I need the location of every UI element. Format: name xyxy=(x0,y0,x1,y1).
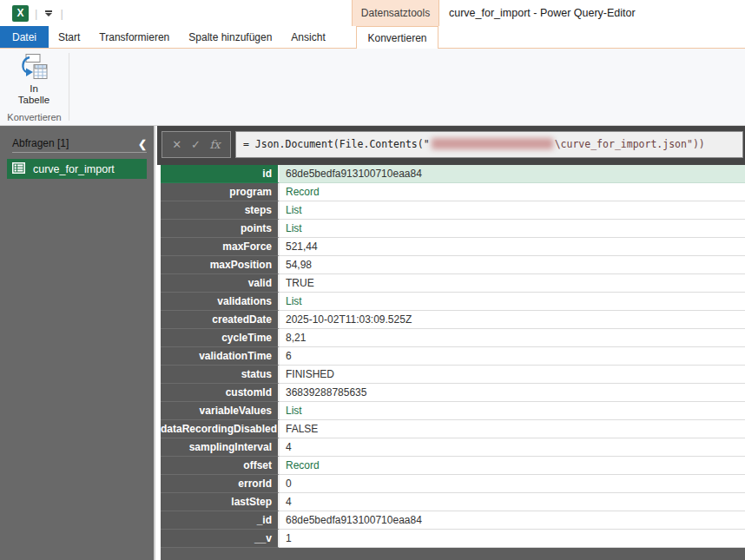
record-row: offsetRecord xyxy=(161,457,745,475)
record-value: FALSE xyxy=(280,420,745,438)
query-item-curve-for-import[interactable]: curve_for_import xyxy=(7,159,147,179)
ribbon: In Tabelle Konvertieren xyxy=(0,49,745,126)
record-field-name: program xyxy=(161,183,280,201)
query-table-icon xyxy=(12,162,25,176)
record-field-name: lastStep xyxy=(161,493,280,511)
record-field-name: _id xyxy=(161,511,280,530)
record-value: 1 xyxy=(280,530,745,548)
formula-input[interactable]: = Json.Document(File.Contents("\curve_fo… xyxy=(235,131,743,158)
excel-icon: X xyxy=(12,5,29,22)
separator: | xyxy=(35,7,37,20)
record-value: 0 xyxy=(280,475,745,493)
collapse-pane-icon[interactable]: ❮ xyxy=(138,139,147,149)
record-value: 8,21 xyxy=(280,329,745,347)
record-field-name: validations xyxy=(161,293,280,311)
record-view-footer xyxy=(161,548,745,560)
record-value-link[interactable]: List xyxy=(280,201,745,220)
customize-toolbar-dropdown-icon[interactable] xyxy=(43,10,54,16)
record-value: 6 xyxy=(280,347,745,366)
tab-datei[interactable]: Datei xyxy=(0,26,49,48)
convert-group: In Tabelle Konvertieren xyxy=(0,49,69,125)
power-query-editor-window: X | | Datensatztools curve_for_import - … xyxy=(0,0,745,560)
record-field-name: errorId xyxy=(161,475,280,493)
record-row: customId36839288785635 xyxy=(161,384,745,402)
to-table-label-line1: In xyxy=(30,83,38,95)
tab-start[interactable]: Start xyxy=(49,26,89,48)
record-row: maxForce521,44 xyxy=(161,238,745,256)
record-field-name: cycleTime xyxy=(161,329,280,347)
confirm-formula-icon[interactable]: ✓ xyxy=(191,138,201,151)
record-field-name: maxPosition xyxy=(161,256,280,274)
contextual-tab-group-label: Datensatztools xyxy=(352,0,439,26)
record-row: validationTime6 xyxy=(161,347,745,366)
record-row: validTRUE xyxy=(161,274,745,293)
record-value-link[interactable]: List xyxy=(280,402,745,420)
record-row: programRecord xyxy=(161,183,745,201)
formula-buttons: ✕ ✓ fx xyxy=(162,131,231,158)
record-row: _id68de5bedfa913100710eaa84 xyxy=(161,511,745,530)
record-field-name: valid xyxy=(161,274,280,293)
record-field-name: customId xyxy=(161,384,280,402)
window-title: curve_for_import - Power Query-Editor xyxy=(449,0,636,26)
to-table-button[interactable]: In Tabelle xyxy=(9,52,59,109)
record-value: 4 xyxy=(280,438,745,457)
record-value: 54,98 xyxy=(280,256,745,274)
record-row: createdDate2025-10-02T11:03:09.525Z xyxy=(161,311,745,329)
fx-icon[interactable]: fx xyxy=(209,138,220,151)
queries-pane: Abfragen [1] ❮ curve_for_import xyxy=(0,126,155,560)
record-field-name: steps xyxy=(161,201,280,220)
ribbon-tab-row: DateiStartTransformierenSpalte hinzufüge… xyxy=(0,26,745,49)
record-row: statusFINISHED xyxy=(161,366,745,384)
record-value: 68de5bedfa913100710eaa84 xyxy=(280,165,745,183)
tab-transformieren[interactable]: Transformieren xyxy=(89,26,179,48)
record-field-name: dataRecordingDisabled xyxy=(161,420,280,438)
record-value-link[interactable]: Record xyxy=(280,183,745,201)
record-field-name: id xyxy=(161,165,280,183)
record-field-name: createdDate xyxy=(161,311,280,329)
quick-access-toolbar: X | | xyxy=(12,4,63,22)
record-row: variableValuesList xyxy=(161,402,745,420)
main-pane: ✕ ✓ fx = Json.Document(File.Contents("\c… xyxy=(157,126,745,560)
record-row: maxPosition54,98 xyxy=(161,256,745,274)
record-grid: id68de5bedfa913100710eaa84programRecords… xyxy=(161,165,745,548)
record-value-link[interactable]: Record xyxy=(280,457,745,475)
to-table-icon xyxy=(19,53,49,83)
record-value-link[interactable]: List xyxy=(280,220,745,238)
record-value: 2025-10-02T11:03:09.525Z xyxy=(280,311,745,329)
tab-konvertieren[interactable]: Konvertieren xyxy=(356,26,438,49)
group-divider xyxy=(69,53,69,121)
record-row: errorId0 xyxy=(161,475,745,493)
record-row: validationsList xyxy=(161,293,745,311)
record-value: 36839288785635 xyxy=(280,384,745,402)
record-field-name: samplingInterval xyxy=(161,438,280,457)
record-value-link[interactable]: List xyxy=(280,293,745,311)
record-value: TRUE xyxy=(280,274,745,293)
cancel-formula-icon[interactable]: ✕ xyxy=(172,138,181,151)
record-value: 4 xyxy=(280,493,745,511)
record-field-name: points xyxy=(161,220,280,238)
group-label-konvertieren: Konvertieren xyxy=(0,112,69,122)
content-area: Abfragen [1] ❮ curve_for_import xyxy=(0,126,745,560)
tab-spalte-hinzuf-gen[interactable]: Spalte hinzufügen xyxy=(179,26,281,48)
record-row: cycleTime8,21 xyxy=(161,329,745,347)
record-row: __v1 xyxy=(161,530,745,548)
formula-text-suffix: \curve_for_import.json")) xyxy=(555,138,705,150)
to-table-label-line2: Tabelle xyxy=(18,95,49,106)
record-value: 68de5bedfa913100710eaa84 xyxy=(280,511,745,530)
record-row: stepsList xyxy=(161,201,745,220)
redacted-path xyxy=(432,138,553,149)
record-field-name: status xyxy=(161,366,280,384)
formula-bar: ✕ ✓ fx = Json.Document(File.Contents("\c… xyxy=(157,126,745,165)
titlebar: X | | Datensatztools curve_for_import - … xyxy=(0,0,745,26)
record-field-name: validationTime xyxy=(161,347,280,366)
tab-ansicht[interactable]: Ansicht xyxy=(281,26,334,48)
record-value: 521,44 xyxy=(280,238,745,256)
record-row: dataRecordingDisabledFALSE xyxy=(161,420,745,438)
record-field-name: offset xyxy=(161,457,280,475)
record-view: id68de5bedfa913100710eaa84programRecords… xyxy=(161,165,745,560)
query-item-label: curve_for_import xyxy=(33,163,115,175)
record-field-name: variableValues xyxy=(161,402,280,420)
record-row: samplingInterval4 xyxy=(161,438,745,457)
record-row: lastStep4 xyxy=(161,493,745,511)
record-field-name: maxForce xyxy=(161,238,280,256)
